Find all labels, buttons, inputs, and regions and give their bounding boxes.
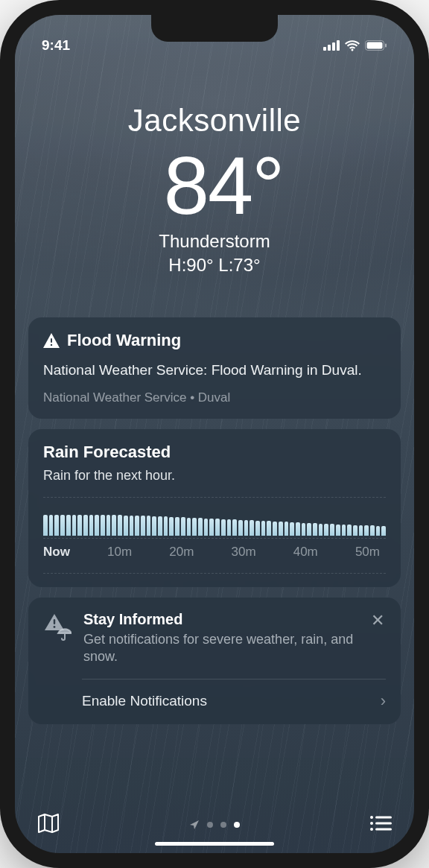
rain-bar [238,520,243,536]
high-low-text: H:90° L:73° [15,255,414,276]
chevron-right-icon: › [381,691,386,711]
page-indicator[interactable] [189,820,240,830]
notify-body-text: Get notifications for severe weather, ra… [83,631,358,666]
rain-bar [221,519,226,536]
enable-notifications-button[interactable]: Enable Notifications › [82,679,386,711]
svg-point-11 [370,816,373,819]
rain-bar [267,521,271,535]
axis-label: 40m [293,545,318,560]
close-icon[interactable]: ✕ [369,611,386,630]
rain-title-text: Rain Forecasted [43,443,386,462]
rain-bar [101,515,105,535]
rain-bar [209,519,214,536]
map-icon [37,813,60,834]
rain-bar [77,515,82,536]
map-button[interactable] [37,813,60,837]
svg-rect-2 [332,42,335,51]
rain-bar [152,516,156,536]
rain-bar [124,516,128,536]
screen: 9:41 Jacksonville 84° Thunderstorm H:90°… [15,15,414,853]
home-indicator[interactable] [155,842,274,846]
axis-label-now: Now [43,545,70,560]
rain-bar [381,526,386,536]
rain-bar [147,516,151,535]
alert-body-text: National Weather Service: Flood Warning … [43,361,386,380]
phone-frame: 9:41 Jacksonville 84° Thunderstorm H:90°… [0,0,429,868]
rain-bar [285,522,289,535]
rain-forecast-card[interactable]: Rain Forecasted Rain for the next hour. … [28,429,401,587]
notify-text-block: Stay Informed Get notifications for seve… [83,611,358,666]
rain-bar [72,515,77,536]
cellular-icon [323,40,340,51]
svg-point-10 [54,626,56,628]
rain-bar [215,519,220,536]
rain-bar [112,515,116,535]
notify-row: Stay Informed Get notifications for seve… [43,611,386,666]
status-icons [323,40,387,51]
rain-bar [290,522,294,536]
rain-bar [164,516,168,535]
warning-triangle-icon [43,333,60,348]
wifi-icon [345,40,360,51]
rain-bar [342,525,346,536]
rain-bar [107,515,111,535]
rain-bar [359,525,363,536]
current-temperature: 84° [15,145,414,226]
rain-bar [43,515,48,536]
alert-umbrella-icon [43,612,72,644]
cards-container: Flood Warning National Weather Service: … [15,291,414,724]
rain-bar [181,517,185,535]
rain-bar [250,520,254,535]
rain-bar [118,515,122,535]
rain-bar [302,523,306,536]
rain-axis: Now 10m 20m 30m 40m 50m [43,545,386,560]
rain-bar [227,519,232,536]
axis-label: 30m [231,545,255,560]
rain-bar [54,515,59,536]
rain-chart [43,497,386,539]
rain-bar [158,516,162,536]
svg-point-8 [51,344,52,346]
rain-bar [313,523,317,535]
status-time: 9:41 [42,37,70,54]
rain-bar [353,525,358,536]
list-button[interactable] [369,815,392,834]
notch [151,15,278,42]
rain-bar [261,521,266,536]
page-dot [207,822,213,828]
svg-rect-5 [367,42,383,49]
axis-label: 20m [169,545,194,560]
rain-bar [370,525,375,535]
rain-bar [376,526,381,536]
svg-point-15 [370,828,373,831]
rain-bar [347,525,352,535]
battery-icon [365,40,387,51]
alert-source-text: National Weather Service • Duval [43,390,386,405]
axis-label: 50m [355,545,380,560]
bottom-toolbar [15,813,414,837]
rain-bar [204,519,209,536]
svg-rect-6 [385,44,387,48]
rain-bar [89,515,94,536]
alert-card[interactable]: Flood Warning National Weather Service: … [28,317,401,419]
rain-bar [330,524,334,535]
rain-bar [319,524,323,536]
rain-bar [49,515,54,536]
list-icon [369,815,392,831]
rain-subtitle-text: Rain for the next hour. [43,468,386,484]
rain-bar [244,520,249,536]
condition-text: Thunderstorm [15,231,414,252]
location-arrow-icon [189,820,200,830]
rain-bar [95,515,99,536]
svg-rect-7 [51,338,52,343]
svg-rect-1 [328,45,331,51]
svg-rect-16 [375,829,392,831]
rain-bar [141,516,145,535]
svg-point-13 [370,822,373,825]
rain-bar [232,519,237,536]
svg-rect-12 [375,817,392,819]
enable-notifications-label: Enable Notifications [82,693,207,709]
alert-title-row: Flood Warning [43,331,386,350]
notify-title-text: Stay Informed [83,611,358,628]
rain-bar [279,522,283,535]
